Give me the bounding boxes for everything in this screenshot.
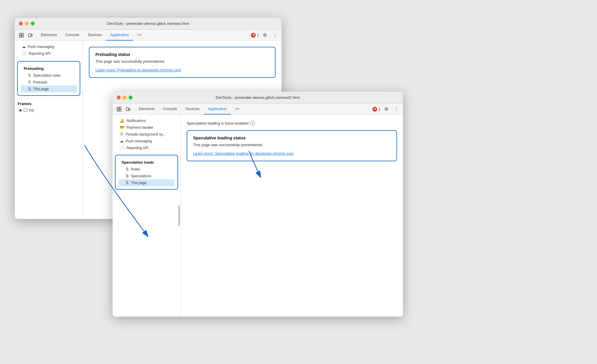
svg-rect-10 [126, 108, 129, 111]
tab-bar-1: Elements Console Sources Application >> [37, 30, 146, 41]
settings-button-2[interactable]: ⚙ [382, 105, 390, 113]
devtools-toolbar-2: Elements Console Sources Application >> … [113, 104, 403, 115]
devtools-body-2: 🔔 Notifications 💳 Payment handler ⏱ Peri… [113, 115, 403, 317]
tab-elements-2[interactable]: Elements [135, 104, 159, 115]
svg-rect-5 [31, 34, 32, 36]
close-button-2[interactable] [117, 96, 121, 99]
tab-sources-1[interactable]: Sources [84, 30, 106, 41]
preloading-status-box: Preloading status This page was successf… [89, 47, 276, 78]
error-badge-2[interactable]: ✕ 1 [372, 107, 380, 112]
toolbar-right-1: ✕ 1 ⚙ ⋮ [251, 31, 279, 39]
tab-bar-2: Elements Console Sources Application >> [135, 104, 244, 115]
sidebar-scroll-1: ☁ Push messaging 📄 Reporting API Preload… [15, 41, 83, 219]
settings-button-1[interactable]: ⚙ [261, 31, 269, 39]
sidebar-2: 🔔 Notifications 💳 Payment handler ⏱ Peri… [113, 115, 181, 317]
sidebar-item-this-page-2[interactable]: ⇅ This page [119, 179, 175, 186]
minimize-button-1[interactable] [25, 22, 29, 25]
sidebar-item-reporting-1[interactable]: 📄 Reporting API [15, 50, 83, 57]
more-options-button-1[interactable]: ⋮ [271, 31, 279, 39]
devtools-window-2: DevTools - prerender-demos.glitch.me/nex… [113, 92, 403, 317]
sidebar-item-payment[interactable]: 💳 Payment handler [113, 124, 180, 131]
toolbar-right-2: ✕ 1 ⚙ ⋮ [372, 105, 401, 113]
preloading-group-header: Preloading [21, 65, 77, 72]
sidebar-label-payment: Payment handler [127, 125, 153, 130]
tab-application-1[interactable]: Application [106, 30, 133, 41]
tab-console-2[interactable]: Console [159, 104, 181, 115]
error-badge-1[interactable]: ✕ 1 [251, 33, 259, 38]
tab-application-2[interactable]: Application [204, 104, 231, 115]
svg-rect-0 [19, 33, 21, 35]
sidebar-label-rules: Rules [131, 167, 140, 171]
tab-sources-2[interactable]: Sources [181, 104, 204, 115]
sidebar-item-push-2[interactable]: ☁ Push messaging [113, 138, 180, 144]
inspect-icon[interactable] [17, 31, 25, 39]
doc-icon-2: 📄 [120, 146, 124, 150]
sidebar-item-preloads[interactable]: ⇅ Preloads [21, 79, 77, 86]
sidebar-item-notifications[interactable]: 🔔 Notifications [113, 117, 180, 124]
sidebar-item-push-messaging-1[interactable]: ☁ Push messaging [15, 43, 83, 50]
arrows-icon-tp2: ⇅ [126, 181, 129, 185]
traffic-lights-2 [117, 96, 132, 99]
tab-more-2[interactable]: >> [231, 104, 244, 115]
sidebar-scroll-2: 🔔 Notifications 💳 Payment handler ⏱ Peri… [113, 115, 180, 317]
fullscreen-button-2[interactable] [129, 96, 132, 99]
svg-rect-6 [117, 107, 119, 109]
clock-icon: ⏱ [120, 132, 124, 136]
minimize-button-2[interactable] [123, 96, 127, 99]
speculative-status-text: This page was successfully prerendered. [193, 143, 390, 147]
arrows-icon-tp1: ⇅ [28, 87, 31, 91]
arrows-icon-sr: ⇅ [28, 73, 31, 78]
sidebar-item-speculation-rules[interactable]: ⇅ Speculation rules [21, 72, 77, 79]
speculative-learn-more-link[interactable]: Learn more: Speculative loading on devel… [193, 151, 294, 156]
sidebar-label-tp1: This page [33, 87, 49, 91]
error-count-2: 1 [378, 107, 380, 111]
titlebar-1: DevTools - prerender-demos.glitch.me/nex… [15, 18, 281, 30]
svg-rect-4 [28, 34, 31, 37]
force-enabled-text: Speculative loading is force-enabled [187, 121, 249, 125]
device-icon[interactable] [26, 31, 34, 39]
sidebar-item-periodic-bg[interactable]: ⏱ Periodic background sy... [113, 131, 180, 138]
preloading-learn-more-link[interactable]: Learn more: Preloading on developer.chro… [95, 68, 181, 72]
svg-rect-2 [19, 36, 21, 37]
info-icon[interactable]: i [250, 121, 255, 125]
sidebar-item-this-page-1[interactable]: ⇅ This page [21, 86, 77, 92]
svg-rect-11 [129, 108, 130, 110]
device-icon-2[interactable] [124, 105, 132, 113]
tab-elements-1[interactable]: Elements [37, 30, 61, 41]
inspect-icon-2[interactable] [115, 105, 123, 113]
cloud-icon-1: ☁ [22, 44, 26, 49]
preloading-group-box: Preloading ⇅ Speculation rules ⇅ Preload… [17, 61, 80, 96]
bell-icon: 🔔 [120, 118, 124, 123]
sidebar-item-speculations[interactable]: ⇅ Speculations [119, 173, 175, 179]
error-icon-2: ✕ [372, 107, 377, 112]
window-title-1: DevTools - prerender-demos.glitch.me/nex… [107, 21, 189, 26]
frames-top-item[interactable]: ▶ top [15, 107, 83, 113]
svg-rect-3 [22, 36, 23, 37]
tab-more-1[interactable]: >> [133, 30, 146, 41]
arrows-icon-specs: ⇅ [126, 174, 129, 178]
sidebar-scrollbar-2[interactable] [178, 205, 180, 226]
sidebar-label-periodic: Periodic background sy... [126, 132, 165, 136]
sidebar-label-sr: Speculation rules [33, 73, 60, 78]
sidebar-label-preloads: Preloads [33, 80, 47, 84]
arrows-icon-preloads: ⇅ [28, 80, 31, 84]
frames-group-header: Frames [15, 100, 83, 107]
card-icon: 💳 [120, 125, 124, 130]
svg-rect-1 [22, 33, 23, 35]
more-options-button-2[interactable]: ⋮ [392, 105, 401, 113]
devtools-toolbar-1: Elements Console Sources Application >> … [15, 30, 281, 41]
arrows-icon-rules: ⇅ [126, 167, 129, 171]
preloading-status-title: Preloading status [95, 52, 269, 57]
sidebar-label-push-1: Push messaging [28, 45, 54, 49]
close-button-1[interactable] [19, 22, 23, 25]
sidebar-label-reporting-1: Reporting API [29, 51, 51, 56]
sidebar-item-reporting-2[interactable]: 📄 Reporting API [113, 144, 180, 151]
main-content-2: Speculative loading is force-enabled i S… [181, 115, 403, 317]
fullscreen-button-1[interactable] [31, 22, 35, 25]
sidebar-item-rules[interactable]: ⇅ Rules [119, 166, 175, 173]
error-icon-1: ✕ [251, 33, 256, 38]
tree-arrow-icon: ▶ [20, 108, 22, 112]
tab-console-1[interactable]: Console [61, 30, 84, 41]
sidebar-label-tp2: This page [131, 181, 147, 185]
frames-top-box-icon [24, 109, 28, 112]
